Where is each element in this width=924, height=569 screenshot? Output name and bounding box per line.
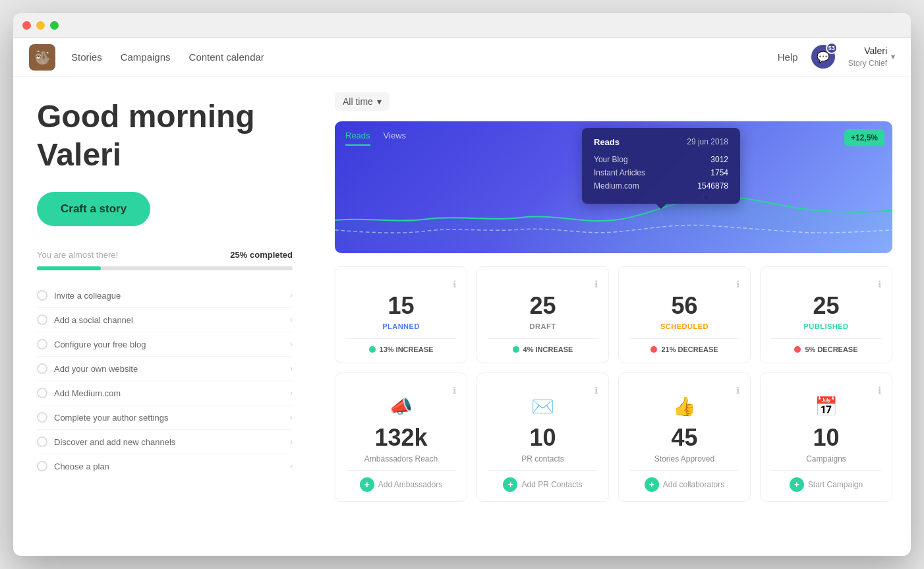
stat-label-scheduled: SCHEDULED [629, 322, 739, 330]
tooltip-value: 1546878 [697, 181, 728, 191]
progress-bar-background [37, 266, 293, 270]
user-role: Story Chief [848, 58, 887, 69]
plus-icon: + [790, 477, 804, 492]
action-number: 10 [813, 424, 839, 452]
notifications-button[interactable]: 💬 53 [811, 45, 835, 69]
info-icon[interactable]: ℹ [736, 279, 739, 289]
filter-row: All time ▾ [335, 92, 892, 111]
nav-right: Help 💬 53 Valeri Story Chief ▾ [778, 45, 895, 69]
filter-label: All time [343, 96, 373, 107]
info-icon[interactable]: ℹ [594, 279, 598, 289]
chevron-right-icon: › [290, 437, 293, 446]
tooltip-arrow [656, 204, 666, 209]
stat-label-published: PUBLISHED [771, 322, 881, 330]
info-icon[interactable]: ℹ [878, 279, 881, 289]
stat-change: 4% INCREASE [488, 345, 598, 353]
checklist-item-invite[interactable]: Invite a colleague › [37, 284, 293, 308]
time-filter-button[interactable]: All time ▾ [335, 92, 390, 111]
plus-icon: + [360, 477, 374, 492]
greeting: Good morning Valeri [37, 98, 293, 173]
checklist-item-medium[interactable]: Add Medium.com › [37, 381, 293, 405]
stat-number: 25 [771, 292, 881, 320]
add-pr-contacts-button[interactable]: + Add PR Contacts [503, 477, 582, 492]
info-icon[interactable]: ℹ [736, 385, 739, 396]
checklist-text: Discover and add new channels [54, 437, 175, 447]
stat-card-draft: ℹ 25 DRAFT 4% INCREASE [476, 266, 609, 363]
checklist-item-website[interactable]: Add your own website › [37, 357, 293, 381]
chart-tooltip: Reads 29 jun 2018 Your Blog 3012 Instant… [582, 128, 740, 204]
craft-story-button[interactable]: Craft a story [37, 192, 150, 226]
chevron-right-icon: › [290, 315, 293, 324]
checklist-item-channels[interactable]: Discover and add new channels › [37, 430, 293, 454]
close-button[interactable] [22, 21, 31, 30]
checklist-text: Add a social channel [54, 315, 133, 325]
change-text: 5% DECREASE [805, 345, 857, 353]
tab-reads[interactable]: Reads [345, 131, 370, 146]
nav-stories[interactable]: Stories [71, 51, 102, 63]
checklist-text: Complete your author settings [54, 413, 168, 423]
check-circle-icon [37, 363, 47, 374]
info-icon[interactable]: ℹ [453, 279, 456, 289]
nav-content-calendar[interactable]: Content calendar [189, 51, 264, 63]
tab-views[interactable]: Views [384, 131, 406, 146]
action-label: PR contacts [521, 454, 564, 464]
tooltip-label: Medium.com [594, 181, 639, 191]
plus-icon: + [645, 477, 659, 492]
action-label: Campaigns [806, 454, 846, 464]
checklist-item-blog[interactable]: Configure your free blog › [37, 332, 293, 357]
info-icon[interactable]: ℹ [453, 385, 456, 396]
add-ambassadors-button[interactable]: + Add Ambassadors [360, 477, 442, 492]
action-btn-label: Add PR Contacts [521, 480, 582, 489]
tooltip-header: Reads 29 jun 2018 [594, 137, 728, 147]
chart-container: Reads Views +12,5% Reads 29 jun 2018 You… [335, 121, 892, 253]
checklist: Invite a colleague › Add a social channe… [37, 284, 293, 478]
checklist-item-plan[interactable]: Choose a plan › [37, 454, 293, 478]
checklist-text: Invite a colleague [54, 291, 121, 301]
nav-links: Stories Campaigns Content calendar [71, 51, 778, 63]
progress-percentage: 25% completed [230, 250, 293, 260]
chevron-right-icon: › [290, 462, 293, 471]
action-number: 132k [374, 424, 427, 452]
logo: 🦥 [29, 44, 55, 71]
checklist-item-author[interactable]: Complete your author settings › [37, 405, 293, 430]
checklist-item-social[interactable]: Add a social channel › [37, 308, 293, 332]
chevron-right-icon: › [290, 291, 293, 300]
nav-campaigns[interactable]: Campaigns [121, 51, 171, 63]
stat-change: 21% DECREASE [629, 345, 739, 353]
stat-card-published: ℹ 25 PUBLISHED 5% DECREASE [760, 266, 892, 363]
progress-bar-fill [37, 266, 101, 270]
tooltip-row-medium: Medium.com 1546878 [594, 181, 728, 191]
tooltip-label: Instant Articles [594, 168, 645, 177]
thumbsup-icon: 👍 [673, 396, 696, 417]
start-campaign-button[interactable]: + Start Campaign [790, 477, 863, 492]
chevron-right-icon: › [290, 388, 293, 398]
change-indicator-icon [794, 346, 801, 353]
checklist-text: Configure your free blog [54, 340, 146, 349]
main-content: Good morning Valeri Craft a story You ar… [13, 76, 911, 556]
checklist-text: Add your own website [54, 364, 138, 374]
check-circle-icon [37, 412, 47, 423]
maximize-button[interactable] [50, 21, 59, 30]
calendar-icon: 📅 [815, 396, 838, 417]
check-circle-icon [37, 339, 47, 349]
minimize-button[interactable] [36, 21, 45, 30]
tooltip-value: 1754 [710, 168, 728, 177]
change-indicator-icon [513, 346, 519, 353]
tooltip-row-instant: Instant Articles 1754 [594, 168, 728, 177]
right-panel: All time ▾ Reads Views +12,5% Reads 29 j… [316, 76, 911, 556]
user-menu[interactable]: Valeri Story Chief ▾ [848, 45, 895, 69]
help-button[interactable]: Help [778, 51, 798, 63]
add-collaborators-button[interactable]: + Add collaborators [645, 477, 724, 492]
info-icon[interactable]: ℹ [594, 385, 598, 396]
chart-change-badge: +12,5% [844, 129, 884, 146]
progress-label: You are almost there! [37, 250, 118, 260]
action-number: 45 [671, 424, 697, 452]
info-icon[interactable]: ℹ [878, 385, 881, 396]
stat-number: 25 [488, 292, 598, 320]
plus-icon: + [503, 477, 517, 492]
check-circle-icon [37, 436, 47, 447]
action-label: Ambassadors Reach [364, 454, 438, 464]
action-btn-label: Start Campaign [808, 480, 863, 489]
action-card-ambassadors: ℹ 📣 132k Ambassadors Reach + Add Ambassa… [335, 373, 467, 502]
chevron-down-icon: ▾ [891, 52, 895, 61]
